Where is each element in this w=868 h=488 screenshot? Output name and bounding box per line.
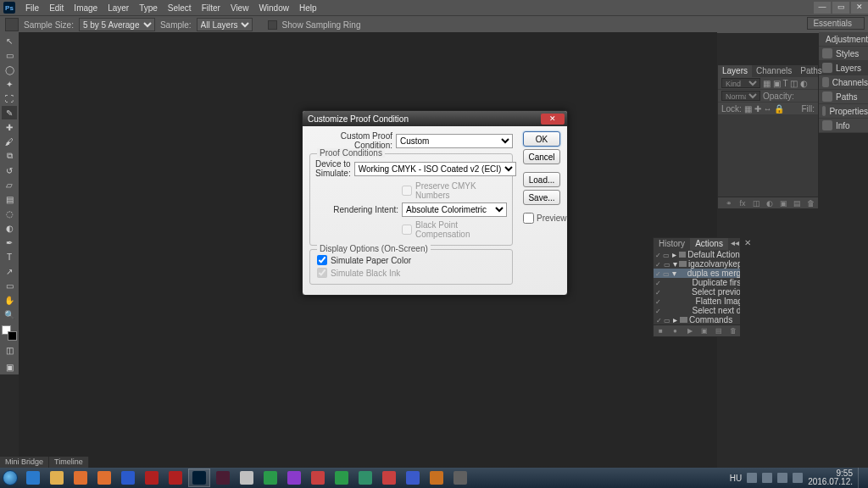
action-row[interactable]: ✓Select previous d...	[654, 287, 740, 297]
eraser-tool[interactable]: ▱	[2, 178, 17, 191]
check-icon[interactable]: ✓	[655, 289, 661, 296]
move-tool[interactable]: ↖	[2, 34, 17, 47]
taskbar-app4[interactable]	[378, 469, 400, 487]
record-icon[interactable]: ●	[671, 327, 679, 335]
toggle-icon[interactable]: ▭	[664, 261, 670, 268]
taskbar-app5[interactable]	[402, 469, 424, 487]
toggle-icon[interactable]	[663, 289, 667, 296]
taskbar-totalcmd[interactable]	[236, 469, 258, 487]
save-button[interactable]: Save...	[523, 190, 560, 205]
panel-adjustments[interactable]: Adjustments	[819, 32, 868, 47]
wand-tool[interactable]: ✦	[2, 77, 17, 91]
minimize-button[interactable]: —	[814, 2, 831, 14]
taskbar-word[interactable]	[117, 469, 139, 487]
device-select[interactable]: Working CMYK - ISO Coated v2 (ECI)	[354, 162, 516, 176]
check-icon[interactable]: ✓	[655, 261, 662, 268]
panel-properties[interactable]: Properties	[819, 104, 868, 119]
tab-layers[interactable]: Layers	[718, 65, 752, 77]
new-set-icon[interactable]: ▣	[700, 327, 708, 335]
lasso-tool[interactable]: ◯	[2, 63, 17, 76]
language-indicator[interactable]: HU	[730, 474, 742, 483]
marquee-tool[interactable]: ▭	[2, 48, 17, 62]
menu-view[interactable]: View	[225, 3, 254, 13]
play-icon[interactable]: ▶	[686, 327, 693, 335]
crop-tool[interactable]: ⛶	[2, 92, 17, 105]
taskbar-adobe-reader[interactable]	[141, 469, 163, 487]
check-icon[interactable]: ✓	[655, 252, 661, 258]
panel-info[interactable]: Info	[819, 119, 868, 133]
screen-mode[interactable]: ▣	[2, 363, 17, 374]
toggle-icon[interactable]: ▭	[664, 317, 670, 324]
delete-action-icon[interactable]: 🗑	[729, 327, 737, 335]
quick-mask[interactable]: ◫	[2, 346, 17, 358]
rendering-select[interactable]: Absolute Colorimetric	[402, 202, 507, 217]
custom-proof-select[interactable]: Custom	[396, 134, 513, 148]
pen-tool[interactable]: ✒	[2, 236, 17, 249]
dialog-titlebar[interactable]: Customize Proof Condition ✕	[303, 111, 567, 126]
healing-tool[interactable]: ✚	[2, 120, 17, 134]
tray-flag-icon[interactable]	[762, 473, 772, 483]
panel-collapse-icon[interactable]: ◂◂	[728, 238, 742, 250]
taskbar-app2[interactable]	[283, 469, 305, 487]
twisty-icon[interactable]: ▸	[671, 250, 676, 259]
group-icon[interactable]: ▣	[779, 199, 787, 208]
workspace-switcher[interactable]: Essentials	[807, 17, 865, 30]
menu-file[interactable]: File	[20, 3, 44, 13]
toggle-icon[interactable]	[663, 308, 668, 314]
tray-icon-1[interactable]	[747, 473, 757, 483]
tab-actions[interactable]: Actions	[690, 238, 728, 250]
taskbar-app3[interactable]	[307, 469, 329, 487]
brush-tool[interactable]: 🖌	[2, 135, 17, 148]
twisty-icon[interactable]: ▾	[672, 259, 678, 269]
check-icon[interactable]: ✓	[655, 317, 662, 324]
hand-tool[interactable]: ✋	[2, 293, 17, 307]
tab-mini-bridge[interactable]: Mini Bridge	[0, 457, 49, 468]
action-row[interactable]: ✓▭▸Commands	[654, 315, 740, 324]
check-icon[interactable]: ✓	[655, 280, 661, 286]
taskbar-app1[interactable]	[259, 469, 281, 487]
panel-close-icon[interactable]: ✕	[742, 238, 754, 250]
taskbar-indesign[interactable]	[212, 469, 234, 487]
taskbar-excel[interactable]	[331, 469, 353, 487]
panel-styles[interactable]: Styles	[819, 47, 868, 61]
show-desktop-button[interactable]	[858, 468, 865, 488]
menu-help[interactable]: Help	[294, 3, 322, 13]
twisty-icon[interactable]: ▸	[672, 315, 678, 324]
sampling-ring-checkbox[interactable]	[268, 20, 277, 30]
eyedropper-icon[interactable]	[5, 18, 19, 31]
new-layer-icon[interactable]: ▤	[793, 199, 801, 208]
menu-type[interactable]: Type	[134, 3, 163, 13]
history-brush-tool[interactable]: ↺	[2, 164, 17, 177]
type-tool[interactable]: T	[2, 250, 17, 263]
menu-image[interactable]: Image	[69, 3, 103, 13]
menu-layer[interactable]: Layer	[103, 3, 134, 13]
path-tool[interactable]: ↗	[2, 264, 17, 278]
taskbar-app6[interactable]	[449, 469, 471, 487]
taskbar-firefox[interactable]	[93, 469, 115, 487]
taskbar-photoshop[interactable]	[188, 469, 210, 487]
ok-button[interactable]: OK	[523, 131, 560, 147]
action-row[interactable]: ✓▭▸Default Actions	[654, 250, 740, 259]
color-swatches[interactable]	[2, 325, 17, 341]
dialog-close-icon[interactable]: ✕	[541, 114, 565, 125]
check-icon[interactable]: ✓	[655, 308, 661, 314]
action-row[interactable]: ✓Duplicate first do...	[654, 278, 740, 287]
mask-icon[interactable]: ◫	[752, 199, 760, 208]
fx-icon[interactable]: fx	[738, 199, 747, 208]
panel-channels[interactable]: Channels	[819, 75, 868, 90]
load-button[interactable]: Load...	[523, 172, 560, 187]
close-button[interactable]: ✕	[851, 2, 868, 14]
menu-window[interactable]: Window	[253, 3, 294, 13]
check-icon[interactable]: ✓	[655, 270, 661, 277]
action-row[interactable]: ✓Select next docu...	[654, 306, 740, 315]
maximize-button[interactable]: ▭	[832, 2, 849, 14]
panel-paths[interactable]: Paths	[819, 90, 868, 104]
menu-filter[interactable]: Filter	[197, 3, 225, 13]
link-layers-icon[interactable]: ⚭	[725, 199, 733, 208]
tray-volume-icon[interactable]	[793, 473, 803, 483]
sample-size-select[interactable]: 5 by 5 Average	[79, 18, 155, 31]
preview-checkbox[interactable]	[523, 213, 534, 224]
action-row[interactable]: ✓▭▾igazolvanykep	[654, 259, 740, 269]
sample-select[interactable]: All Layers	[197, 18, 253, 31]
toggle-icon[interactable]: ▭	[663, 252, 670, 258]
